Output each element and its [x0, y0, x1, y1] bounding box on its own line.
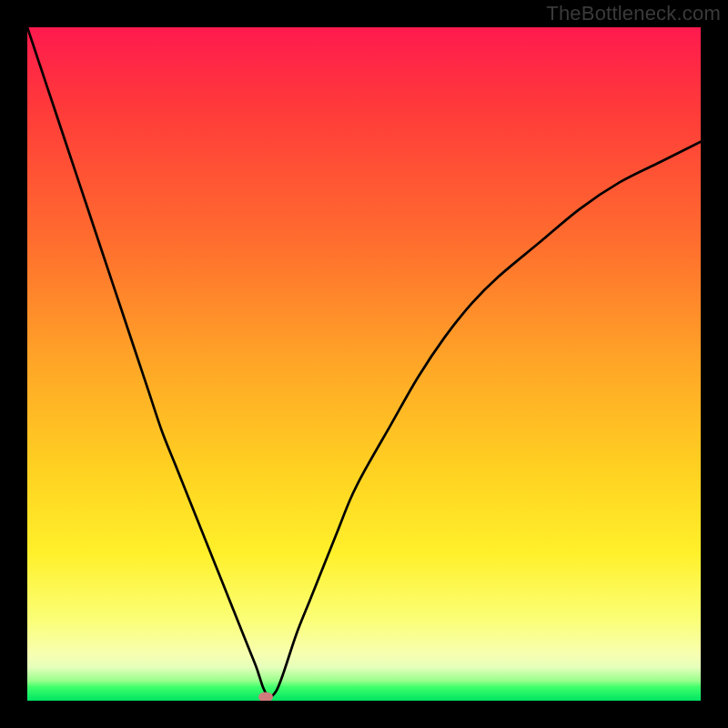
minimum-marker [258, 693, 273, 701]
watermark-text: TheBottleneck.com [546, 2, 721, 25]
curve-svg [27, 27, 701, 701]
chart-frame: TheBottleneck.com [0, 0, 728, 728]
plot-area [27, 27, 701, 701]
curve-path [27, 27, 701, 697]
